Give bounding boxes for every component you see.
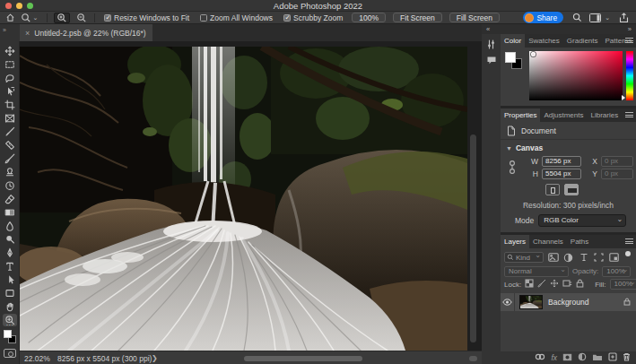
add-layer-mask-icon[interactable] — [562, 353, 572, 363]
foreground-background-swatches[interactable] — [3, 329, 17, 344]
color-mode-dropdown[interactable]: RGB Color — [538, 214, 626, 227]
opacity-dropdown[interactable]: 100% — [602, 266, 631, 277]
zoom-tool-icon[interactable]: ⌄ — [20, 12, 43, 24]
tab-libraries[interactable]: Libraries — [588, 108, 623, 122]
tab-properties[interactable]: Properties — [501, 108, 540, 122]
home-icon[interactable] — [0, 12, 20, 24]
lock-transparency-icon[interactable] — [525, 279, 534, 290]
fit-screen-button[interactable]: Fit Screen — [393, 13, 442, 22]
adjustment-layer-icon[interactable] — [578, 352, 587, 363]
resize-windows-checkbox[interactable]: Resize Windows to Fit — [104, 13, 189, 22]
filter-shape-layers-icon[interactable] — [593, 252, 605, 264]
tool-dodge[interactable] — [3, 233, 17, 246]
collapse-panels-icon[interactable]: » — [628, 25, 632, 33]
y-input[interactable]: 0 px — [601, 169, 633, 179]
layer-row-background[interactable]: Background — [501, 293, 636, 311]
vertical-scrollbar[interactable] — [470, 134, 476, 342]
delete-layer-icon[interactable] — [623, 352, 631, 363]
share-button[interactable]: Share — [523, 12, 563, 23]
tool-hand[interactable] — [3, 300, 17, 313]
blend-mode-dropdown[interactable]: Normal — [504, 266, 569, 277]
hue-slider[interactable] — [626, 51, 633, 100]
tool-blur[interactable] — [3, 220, 17, 232]
edit-toolbar-icon[interactable]: ⋯ — [0, 321, 20, 329]
panel-menu-icon[interactable] — [625, 38, 633, 45]
tool-eyedropper[interactable] — [3, 126, 17, 138]
layer-thumbnail[interactable] — [519, 295, 543, 309]
new-group-icon[interactable] — [592, 353, 603, 363]
portrait-orientation-button[interactable] — [545, 184, 560, 195]
document-tab[interactable]: × Untitled-2.psb @ 22% (RGB/16*) — [20, 24, 152, 41]
fill-dropdown[interactable]: 100% — [610, 279, 636, 290]
tab-swatches[interactable]: Swatches — [525, 34, 563, 48]
tool-rectangular-marquee[interactable] — [3, 58, 17, 71]
width-input[interactable]: 8256 px — [542, 156, 581, 167]
tab-channels[interactable]: Channels — [529, 235, 567, 248]
foreground-color-swatch[interactable] — [4, 330, 12, 338]
panel-menu-icon[interactable] — [625, 112, 633, 119]
layer-filter-dropdown[interactable]: Kind — [504, 252, 544, 263]
lock-all-icon[interactable] — [576, 279, 584, 290]
new-layer-icon[interactable] — [608, 352, 617, 363]
tool-pen[interactable] — [3, 247, 17, 259]
zoom-all-windows-checkbox[interactable]: Zoom All Windows — [200, 13, 273, 22]
filter-smart-objects-icon[interactable] — [608, 252, 620, 264]
tool-object-selection[interactable] — [3, 85, 17, 98]
tool-move[interactable] — [3, 45, 17, 57]
tool-gradient[interactable] — [3, 206, 17, 219]
tool-lasso[interactable] — [3, 72, 17, 84]
tool-type[interactable] — [3, 260, 17, 273]
lock-pixels-icon[interactable] — [537, 279, 546, 290]
hue-slider-arrow[interactable] — [622, 95, 625, 100]
panel-menu-icon[interactable] — [625, 238, 633, 246]
status-chevron-icon[interactable]: ❯ — [152, 354, 158, 362]
foreground-color-swatch[interactable] — [505, 52, 516, 63]
toolbar-expand-icon[interactable]: » — [0, 24, 20, 41]
lock-artboard-icon[interactable] — [562, 279, 572, 290]
tab-paths[interactable]: Paths — [567, 235, 592, 248]
export-share-icon[interactable] — [614, 12, 632, 24]
zoom-in-button[interactable] — [54, 13, 70, 23]
tool-spot-healing-brush[interactable] — [3, 139, 17, 152]
canvas-area[interactable] — [20, 41, 482, 351]
search-icon[interactable] — [570, 12, 584, 24]
tool-crop[interactable] — [3, 99, 17, 111]
lock-position-icon[interactable] — [550, 279, 559, 290]
tab-layers[interactable]: Layers — [501, 235, 529, 248]
scrubby-zoom-checkbox[interactable]: Scrubby Zoom — [283, 13, 343, 22]
sliders-panel-icon[interactable] — [484, 38, 498, 51]
tool-history-brush[interactable] — [3, 179, 17, 192]
fill-screen-button[interactable]: Fill Screen — [449, 13, 500, 22]
link-layers-icon[interactable] — [535, 353, 545, 362]
layer-effects-icon[interactable]: fx — [551, 353, 557, 362]
layer-name[interactable]: Background — [548, 298, 623, 307]
workspace-switcher-icon[interactable] — [587, 12, 603, 24]
filter-adjustment-layers-icon[interactable] — [562, 252, 574, 264]
tool-brush[interactable] — [3, 152, 17, 165]
tool-frame[interactable] — [3, 112, 17, 125]
section-chevron-icon[interactable]: ▼ — [506, 145, 512, 152]
layer-visibility-toggle[interactable] — [501, 293, 515, 311]
x-input[interactable]: 0 px — [601, 156, 633, 167]
filter-toggle-icon[interactable] — [625, 251, 631, 256]
tool-clone-stamp[interactable] — [3, 166, 17, 178]
tab-color[interactable]: Color — [501, 34, 525, 48]
tool-rectangle[interactable] — [3, 287, 17, 299]
quick-mask-icon[interactable] — [4, 349, 16, 358]
tool-path-selection[interactable] — [3, 273, 17, 286]
zoom-out-button[interactable] — [73, 12, 91, 24]
tab-adjustments[interactable]: Adjustments — [540, 108, 587, 122]
status-zoom-level[interactable]: 22.02% — [24, 354, 50, 363]
close-tab-icon[interactable]: × — [25, 29, 30, 38]
link-dimensions-icon[interactable] — [508, 158, 517, 179]
tab-gradients[interactable]: Gradients — [563, 34, 602, 48]
landscape-orientation-button[interactable] — [564, 184, 579, 195]
filter-type-layers-icon[interactable] — [578, 252, 589, 264]
saturation-brightness-field[interactable] — [529, 51, 623, 100]
zoom-100-button[interactable]: 100% — [352, 13, 386, 22]
tool-eraser[interactable] — [3, 193, 17, 205]
comments-panel-icon[interactable] — [484, 54, 498, 67]
expand-panels-icon[interactable]: « — [486, 25, 490, 33]
height-input[interactable]: 5504 px — [542, 169, 581, 179]
horizontal-scrollbar[interactable] — [244, 356, 362, 361]
